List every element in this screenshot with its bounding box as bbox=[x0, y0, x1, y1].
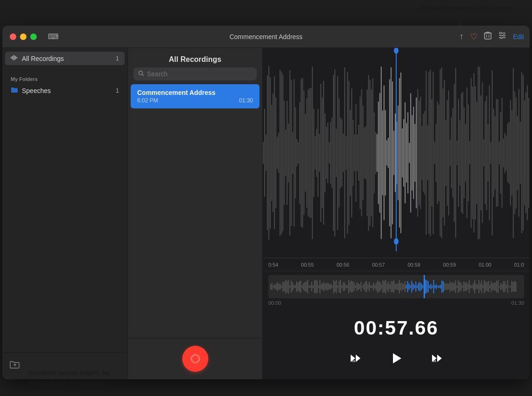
minimize-button[interactable] bbox=[20, 34, 27, 40]
svg-rect-205 bbox=[517, 115, 518, 190]
bottom-annotation: Izveidojiet jaunas mapes, lai organizētu… bbox=[28, 368, 109, 388]
maximize-button[interactable] bbox=[30, 34, 37, 40]
svg-rect-335 bbox=[425, 280, 426, 294]
svg-rect-364 bbox=[465, 282, 466, 291]
svg-rect-161 bbox=[455, 68, 456, 238]
svg-rect-40 bbox=[285, 129, 286, 176]
recording-duration: 01:30 bbox=[239, 97, 253, 104]
svg-rect-343 bbox=[436, 284, 437, 289]
svg-rect-273 bbox=[340, 280, 341, 293]
sidebar-toggle-icon[interactable]: ⌨ bbox=[48, 32, 59, 41]
svg-rect-36 bbox=[279, 69, 280, 236]
svg-rect-77 bbox=[337, 76, 338, 230]
svg-rect-371 bbox=[474, 280, 475, 294]
svg-rect-313 bbox=[395, 284, 396, 289]
svg-rect-252 bbox=[311, 282, 312, 291]
svg-rect-241 bbox=[296, 281, 297, 292]
svg-rect-162 bbox=[457, 141, 458, 165]
svg-rect-260 bbox=[322, 283, 323, 291]
svg-rect-255 bbox=[315, 280, 316, 294]
svg-text:15: 15 bbox=[352, 360, 355, 362]
favorite-button[interactable]: ♡ bbox=[470, 32, 478, 42]
svg-rect-392 bbox=[503, 281, 504, 292]
waveform-icon bbox=[11, 54, 18, 62]
svg-rect-237 bbox=[291, 281, 292, 293]
svg-rect-240 bbox=[295, 285, 296, 289]
svg-rect-340 bbox=[432, 285, 433, 288]
svg-rect-169 bbox=[466, 87, 467, 218]
svg-rect-193 bbox=[500, 112, 501, 194]
svg-rect-361 bbox=[460, 282, 461, 291]
svg-rect-184 bbox=[487, 124, 488, 181]
svg-rect-94 bbox=[361, 89, 362, 217]
options-button[interactable] bbox=[498, 32, 506, 41]
svg-rect-154 bbox=[446, 120, 446, 186]
svg-rect-47 bbox=[295, 107, 296, 198]
svg-point-8 bbox=[503, 34, 505, 36]
svg-rect-359 bbox=[458, 280, 459, 293]
search-bar[interactable] bbox=[133, 67, 257, 81]
svg-rect-131 bbox=[413, 107, 414, 199]
new-folder-button[interactable] bbox=[8, 358, 22, 374]
svg-rect-316 bbox=[399, 280, 400, 294]
play-button[interactable] bbox=[385, 347, 408, 370]
middle-panel: All Recordings Commencement Address 6:02… bbox=[128, 48, 263, 379]
svg-rect-130 bbox=[412, 115, 412, 190]
close-button[interactable] bbox=[10, 34, 16, 40]
svg-rect-285 bbox=[357, 282, 358, 291]
search-input[interactable] bbox=[147, 70, 252, 78]
forward-button[interactable]: 15 bbox=[426, 348, 447, 369]
svg-rect-127 bbox=[407, 112, 408, 194]
svg-rect-276 bbox=[344, 282, 345, 291]
svg-rect-262 bbox=[325, 284, 326, 289]
svg-rect-44 bbox=[291, 80, 292, 226]
svg-rect-232 bbox=[284, 282, 285, 291]
svg-rect-318 bbox=[402, 283, 403, 291]
svg-rect-105 bbox=[377, 134, 378, 172]
svg-rect-224 bbox=[273, 286, 274, 288]
svg-rect-278 bbox=[347, 285, 348, 288]
share-button[interactable]: ↑ bbox=[459, 32, 464, 41]
svg-rect-385 bbox=[493, 282, 494, 290]
svg-rect-292 bbox=[366, 281, 367, 292]
all-recordings-count: 1 bbox=[112, 55, 119, 62]
svg-rect-348 bbox=[443, 281, 444, 292]
record-button[interactable] bbox=[182, 346, 208, 372]
svg-rect-165 bbox=[461, 94, 462, 213]
svg-rect-12 bbox=[13, 55, 14, 60]
svg-rect-265 bbox=[329, 284, 330, 289]
svg-rect-118 bbox=[395, 114, 396, 192]
svg-rect-277 bbox=[346, 285, 346, 289]
svg-rect-196 bbox=[505, 133, 505, 173]
svg-rect-394 bbox=[506, 285, 507, 289]
svg-rect-368 bbox=[470, 285, 471, 288]
sidebar-item-all-recordings[interactable]: All Recordings 1 bbox=[5, 52, 125, 65]
sidebar-item-speeches[interactable]: Speeches 1 bbox=[5, 84, 125, 97]
svg-rect-203 bbox=[514, 92, 515, 215]
svg-rect-92 bbox=[358, 125, 359, 181]
svg-rect-197 bbox=[506, 135, 507, 171]
ruler-label-2: 00:56 bbox=[337, 262, 350, 268]
svg-rect-177 bbox=[478, 66, 479, 240]
svg-rect-147 bbox=[436, 124, 437, 182]
svg-point-221 bbox=[394, 238, 399, 245]
svg-rect-14 bbox=[16, 57, 17, 59]
rewind-button[interactable]: 15 bbox=[346, 348, 366, 369]
svg-point-17 bbox=[139, 71, 143, 75]
svg-rect-134 bbox=[417, 89, 418, 217]
main-waveform-area bbox=[263, 48, 530, 258]
recording-item-commencement[interactable]: Commencement Address 6:02 PM 01:30 bbox=[131, 84, 259, 108]
edit-button[interactable]: Edit bbox=[513, 33, 524, 40]
svg-rect-73 bbox=[332, 118, 332, 188]
svg-point-9 bbox=[500, 37, 502, 39]
svg-rect-142 bbox=[428, 72, 429, 234]
svg-rect-312 bbox=[393, 280, 394, 293]
svg-rect-170 bbox=[468, 104, 469, 201]
overview-waveform[interactable] bbox=[268, 275, 524, 298]
svg-rect-367 bbox=[469, 280, 470, 293]
svg-rect-353 bbox=[450, 281, 451, 292]
svg-rect-179 bbox=[480, 95, 481, 211]
svg-rect-251 bbox=[310, 285, 311, 288]
delete-button[interactable] bbox=[484, 31, 492, 42]
svg-rect-186 bbox=[490, 142, 491, 164]
